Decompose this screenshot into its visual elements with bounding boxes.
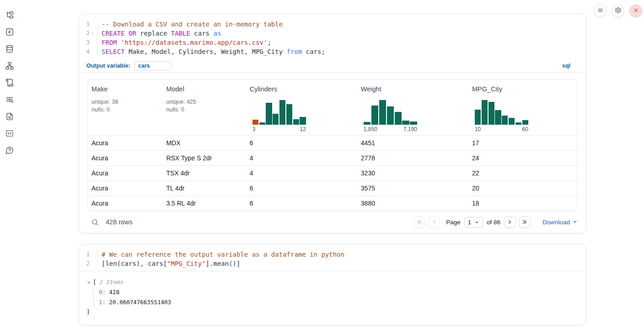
help-bubble-icon	[5, 146, 14, 155]
table-row: Acura3.5 RL 4dr6388018	[88, 196, 577, 211]
close-bracket: ]	[86, 307, 579, 317]
search-icon[interactable]	[91, 218, 99, 226]
histogram-bars	[252, 100, 306, 125]
gutter-spacer	[90, 250, 96, 259]
last-page-button[interactable]	[519, 217, 531, 228]
chevron-down-icon	[572, 219, 578, 226]
output-variable-label: Output variable:	[86, 63, 130, 69]
table-cell: Acura	[88, 181, 162, 196]
histogram-bar	[286, 104, 292, 125]
histogram-bar	[293, 119, 299, 125]
output-variable-input[interactable]	[134, 61, 172, 70]
table-row: AcuraTSX 4dr4323022	[88, 165, 577, 180]
table-row: AcuraRSX Type S 2dr4277824	[88, 150, 577, 165]
sql-editor[interactable]: 1-- Download a CSV and create an in-memo…	[79, 14, 586, 59]
code-line: 2[len(cars), cars["MPG_City"].mean()]	[79, 259, 586, 268]
first-page-button[interactable]	[413, 217, 425, 228]
line-number: 1	[79, 250, 90, 259]
download-button[interactable]: Download	[542, 219, 578, 226]
next-page-button[interactable]	[504, 217, 515, 228]
column-header-cylinders[interactable]: Cylinders312	[246, 79, 357, 135]
table-cell: 4	[246, 151, 357, 165]
histogram-bars	[364, 100, 417, 125]
column-nulls-stat: nulls: 0	[91, 106, 159, 113]
table-cell: 3.5 RL 4dr	[162, 196, 246, 211]
table-cell: Acura	[88, 196, 162, 211]
previous-page-button[interactable]	[429, 217, 440, 228]
histogram-bar	[502, 116, 508, 125]
code-text: CREATE OR replace TABLE cars as	[97, 29, 221, 38]
table-cell: 2778	[357, 151, 468, 165]
table-cell: 6	[246, 181, 357, 196]
code-text: -- Download a CSV and create an in-memor…	[97, 20, 283, 29]
gutter-spacer	[90, 38, 96, 47]
database-icon	[5, 44, 14, 53]
list-output-header: [ 2 Items	[86, 277, 579, 287]
language-badge: sql	[562, 63, 570, 69]
table-row: AcuraTL 4dr6357520	[88, 180, 577, 196]
code-snippet-icon	[5, 129, 14, 138]
histogram-bar	[495, 110, 501, 125]
histogram-bar	[395, 112, 402, 125]
table-cell: 22	[468, 166, 577, 180]
table-cell: 24	[468, 151, 577, 165]
fold-chevron-icon[interactable]	[90, 29, 96, 38]
table-cell: 3575	[357, 181, 468, 196]
column-header-model[interactable]: Modelunique: 425nulls: 0	[162, 79, 246, 135]
column-header-mpg_city[interactable]: MPG_City1060	[468, 79, 577, 135]
line-number: 2	[79, 29, 90, 38]
histogram-bar	[273, 114, 279, 125]
column-header-make[interactable]: Makeunique: 38nulls: 0	[88, 79, 162, 135]
sidebar-item-logs[interactable]	[4, 94, 15, 105]
menu-icon	[597, 7, 604, 16]
settings-button[interactable]	[612, 5, 624, 17]
code-text: SELECT Make, Model, Cylinders, Weight, M…	[97, 47, 325, 56]
sidebar-item-scratchpad[interactable]	[4, 77, 15, 88]
axis-max-label: 60	[522, 126, 528, 132]
shutdown-button[interactable]	[629, 5, 642, 17]
gutter-spacer	[90, 20, 96, 29]
entry-index: 1:	[99, 299, 106, 306]
table-row: AcuraMDX6445117	[88, 135, 577, 150]
column-histogram: 312	[252, 100, 306, 132]
sidebar-item-datasources[interactable]	[4, 43, 15, 54]
code-line: 3FROM 'https://datasets.marimo.app/cars.…	[79, 38, 586, 47]
line-number: 3	[79, 38, 90, 47]
axis-max-label: 7,190	[403, 126, 417, 132]
page-count-label: of 86	[487, 219, 500, 226]
page-select[interactable]: 1	[464, 217, 483, 227]
column-histogram: 1060	[475, 100, 528, 132]
axis-min-label: 10	[475, 126, 481, 132]
sidebar-item-snippets[interactable]	[4, 128, 15, 139]
cars-table: Makeunique: 38nulls: 0Modelunique: 425nu…	[87, 79, 578, 211]
histogram-bar	[259, 122, 265, 125]
page-select-value: 1	[468, 219, 471, 226]
table-cell: 6	[246, 196, 357, 211]
sidebar-item-dependencies[interactable]	[4, 60, 15, 71]
notebook-menu-button[interactable]	[594, 5, 606, 17]
table-cell: 17	[468, 136, 577, 150]
column-header-weight[interactable]: Weight1,8507,190	[357, 79, 468, 135]
histogram-bar	[379, 100, 386, 125]
table-cell: MDX	[162, 136, 246, 150]
table-cell: 6	[246, 136, 357, 150]
python-cell: 1# We can reference the output variable …	[79, 244, 586, 325]
python-editor[interactable]: 1# We can reference the output variable …	[79, 244, 586, 271]
column-name: MPG_City	[472, 85, 574, 93]
sidebar-item-help[interactable]	[4, 145, 15, 156]
histogram-bar	[266, 103, 272, 125]
list-entry: 0: 428	[99, 287, 579, 297]
document-icon	[5, 112, 14, 121]
column-name: Cylinders	[250, 85, 354, 93]
table-cell: 3230	[357, 166, 468, 180]
code-line: 1-- Download a CSV and create an in-memo…	[79, 20, 586, 29]
list-entries: 0: 4281: 20.060747663551403	[93, 287, 579, 307]
histogram-axis: 1060	[475, 126, 528, 132]
download-label: Download	[542, 219, 570, 226]
sidebar-item-variables[interactable]	[4, 26, 15, 37]
sidebar-item-file-explorer[interactable]	[4, 10, 15, 21]
histogram-bar	[475, 110, 481, 125]
collapse-chevron-icon[interactable]	[86, 280, 91, 285]
sidebar-item-documentation[interactable]	[4, 111, 15, 122]
entry-value: 20.060747663551403	[106, 299, 171, 306]
